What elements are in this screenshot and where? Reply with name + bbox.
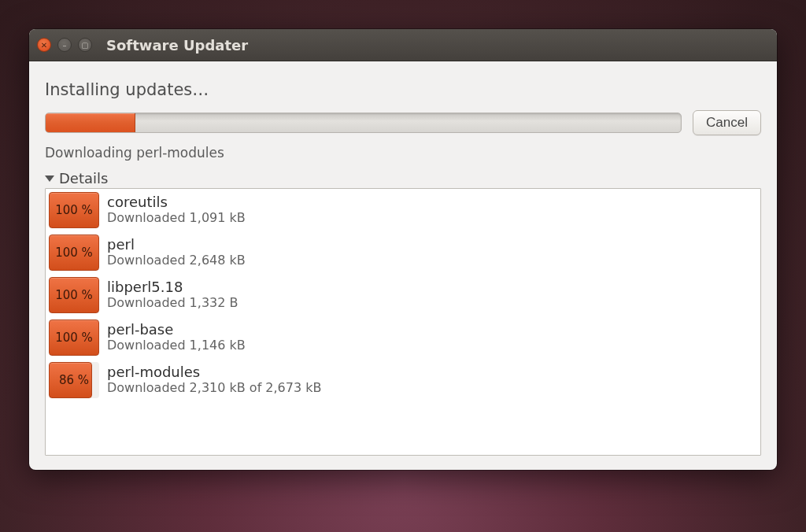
package-subtext: Downloaded 1,091 kB xyxy=(107,211,246,225)
package-progress-badge: 100 % xyxy=(49,277,99,313)
details-list[interactable]: 100 %coreutilsDownloaded 1,091 kB100 %pe… xyxy=(45,188,761,456)
package-subtext: Downloaded 2,310 kB of 2,673 kB xyxy=(107,381,321,395)
list-item[interactable]: 100 %coreutilsDownloaded 1,091 kB xyxy=(46,189,760,231)
package-progress-badge: 100 % xyxy=(49,235,99,271)
package-text: perlDownloaded 2,648 kB xyxy=(107,237,246,268)
maximize-icon[interactable]: ▢ xyxy=(78,38,92,52)
package-text: libperl5.18Downloaded 1,332 B xyxy=(107,279,238,310)
package-progress-badge: 100 % xyxy=(49,192,99,228)
list-item[interactable]: 100 %libperl5.18Downloaded 1,332 B xyxy=(46,274,760,316)
badge-percent-label: 100 % xyxy=(49,277,99,313)
package-text: perl-modulesDownloaded 2,310 kB of 2,673… xyxy=(107,364,321,395)
package-progress-badge: 86 % xyxy=(49,362,99,398)
window-title: Software Updater xyxy=(106,37,248,54)
list-item[interactable]: 86 %perl-modulesDownloaded 2,310 kB of 2… xyxy=(46,359,760,401)
content-area: Installing updates… Cancel Downloading p… xyxy=(29,61,777,470)
minimize-icon[interactable]: – xyxy=(57,38,72,52)
package-subtext: Downloaded 2,648 kB xyxy=(107,253,246,268)
details-toggle[interactable]: Details xyxy=(45,170,761,187)
software-updater-window: ✕ – ▢ Software Updater Installing update… xyxy=(29,29,777,470)
progress-row: Cancel xyxy=(45,110,761,135)
details-label: Details xyxy=(59,170,108,187)
page-title: Installing updates… xyxy=(45,80,761,99)
package-name: perl xyxy=(107,237,246,253)
cancel-button[interactable]: Cancel xyxy=(693,110,761,135)
package-text: perl-baseDownloaded 1,146 kB xyxy=(107,322,246,353)
titlebar[interactable]: ✕ – ▢ Software Updater xyxy=(29,29,777,61)
close-icon[interactable]: ✕ xyxy=(37,38,51,52)
package-name: perl-modules xyxy=(107,364,321,381)
package-name: perl-base xyxy=(107,322,246,338)
overall-progressbar-fill xyxy=(46,113,135,132)
overall-progressbar xyxy=(45,113,682,133)
badge-percent-label: 100 % xyxy=(49,235,99,271)
status-text: Downloading perl-modules xyxy=(45,145,761,161)
package-subtext: Downloaded 1,146 kB xyxy=(107,338,246,353)
package-text: coreutilsDownloaded 1,091 kB xyxy=(107,194,246,225)
badge-percent-label: 100 % xyxy=(49,192,99,228)
list-item[interactable]: 100 %perlDownloaded 2,648 kB xyxy=(46,231,760,274)
package-name: libperl5.18 xyxy=(107,279,238,296)
package-progress-badge: 100 % xyxy=(49,320,99,356)
badge-percent-label: 100 % xyxy=(49,320,99,356)
badge-percent-label: 86 % xyxy=(49,362,99,398)
package-name: coreutils xyxy=(107,194,246,211)
package-subtext: Downloaded 1,332 B xyxy=(107,296,238,310)
chevron-down-icon xyxy=(45,175,54,182)
list-item[interactable]: 100 %perl-baseDownloaded 1,146 kB xyxy=(46,316,760,359)
